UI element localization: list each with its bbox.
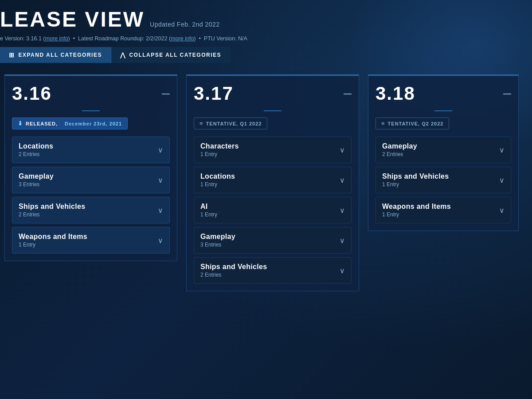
category-item[interactable]: Gameplay2 Entries∨	[376, 137, 511, 163]
expand-label: EXPAND ALL CATEGORIES	[19, 52, 102, 58]
category-item[interactable]: Weapons and Items1 Entry∨	[12, 227, 170, 254]
category-entries: 1 Entry	[200, 151, 239, 157]
category-info: Locations2 Entries	[19, 142, 53, 157]
badge-text-bold: RELEASED,	[26, 121, 58, 126]
category-name: Ships and Vehicles	[19, 203, 85, 211]
chevron-down-icon: ∨	[158, 146, 163, 154]
version-card-v316: 3.16—⬇ RELEASED, December 23rd, 2021Loca…	[4, 74, 177, 261]
version-divider	[82, 110, 100, 111]
category-item[interactable]: Gameplay3 Entries∨	[12, 167, 170, 193]
badge-icon: ≡	[200, 120, 203, 127]
chevron-down-icon: ∨	[340, 236, 345, 245]
badge-date: December 23rd, 2021	[65, 121, 122, 126]
category-item[interactable]: Ships and Vehicles2 Entries∨	[12, 197, 170, 223]
category-entries: 1 Entry	[382, 181, 449, 188]
category-item[interactable]: Gameplay3 Entries∨	[194, 227, 352, 254]
category-item[interactable]: AI1 Entry∨	[194, 197, 352, 223]
title-row: LEASE VIEW Updated Feb. 2nd 2022	[0, 9, 528, 34]
updated-text: Updated Feb. 2nd 2022	[150, 21, 220, 28]
category-name: Characters	[200, 142, 239, 150]
page-title: LEASE VIEW	[0, 9, 145, 30]
chevron-down-icon: ∨	[499, 206, 505, 215]
category-info: Gameplay3 Entries	[19, 172, 54, 188]
category-entries: 2 Entries	[382, 151, 417, 157]
category-item[interactable]: Locations1 Entry∨	[194, 167, 352, 193]
category-entries: 1 Entry	[200, 181, 235, 188]
version-header: 3.18—	[376, 83, 511, 104]
chevron-down-icon: ∨	[340, 146, 345, 154]
toolbar: ⊞ EXPAND ALL CATEGORIES ⋀ COLLAPSE ALL C…	[0, 47, 528, 63]
collapse-label: COLLAPSE ALL CATEGORIES	[129, 52, 221, 58]
roadmap-more-info-link[interactable]: more info	[171, 35, 194, 42]
category-name: Gameplay	[382, 142, 417, 150]
category-entries: 3 Entries	[200, 242, 235, 248]
roadmap-label: Latest Roadmap Roundup:	[78, 35, 144, 42]
ptu-version: N/A	[238, 35, 247, 42]
collapse-icon: ⋀	[120, 51, 126, 59]
category-name: Locations	[200, 172, 235, 180]
category-item[interactable]: Locations2 Entries∨	[12, 137, 170, 163]
category-name: Locations	[19, 142, 53, 150]
category-list: Gameplay2 Entries∨Ships and Vehicles1 En…	[376, 137, 511, 223]
category-entries: 2 Entries	[200, 272, 267, 278]
category-name: AI	[200, 203, 217, 211]
badge-icon: ⬇	[18, 120, 23, 127]
header-section: LEASE VIEW Updated Feb. 2nd 2022 e Versi…	[0, 9, 532, 63]
minimize-button[interactable]: —	[162, 90, 170, 98]
live-more-info-link[interactable]: more info	[45, 35, 68, 42]
category-info: Weapons and Items1 Entry	[382, 203, 451, 218]
badge-text: TENTATIVE, Q2 2022	[388, 121, 444, 126]
category-name: Gameplay	[200, 233, 235, 241]
version-card-v317: 3.17—≡ TENTATIVE, Q1 2022Characters1 Ent…	[186, 74, 359, 291]
category-item[interactable]: Weapons and Items1 Entry∨	[376, 197, 511, 223]
version-header: 3.17—	[194, 83, 352, 104]
version-header: 3.16—	[12, 83, 170, 104]
main-content: LEASE VIEW Updated Feb. 2nd 2022 e Versi…	[0, 0, 532, 305]
collapse-all-button[interactable]: ⋀ COLLAPSE ALL CATEGORIES	[111, 47, 230, 63]
category-info: Weapons and Items1 Entry	[19, 233, 87, 248]
minimize-button[interactable]: —	[344, 90, 352, 98]
version-divider	[434, 110, 452, 111]
badge-text: TENTATIVE, Q1 2022	[206, 121, 262, 126]
chevron-down-icon: ∨	[158, 206, 163, 215]
version-divider	[264, 110, 282, 111]
category-info: Ships and Vehicles2 Entries	[19, 203, 85, 218]
category-entries: 2 Entries	[19, 151, 53, 157]
chevron-down-icon: ∨	[158, 236, 163, 245]
category-entries: 3 Entries	[19, 181, 54, 188]
expand-icon: ⊞	[9, 51, 15, 59]
live-version-label: e Version:	[0, 35, 25, 42]
version-badge: ≡ TENTATIVE, Q2 2022	[376, 117, 449, 129]
category-item[interactable]: Ships and Vehicles1 Entry∨	[376, 167, 511, 193]
version-number: 3.18	[376, 83, 415, 104]
expand-all-button[interactable]: ⊞ EXPAND ALL CATEGORIES	[0, 47, 111, 63]
subtitle-bar: e Version: 3.16.1 (more info) • Latest R…	[0, 34, 528, 43]
category-item[interactable]: Ships and Vehicles2 Entries∨	[194, 257, 352, 284]
chevron-down-icon: ∨	[499, 146, 505, 154]
category-info: Gameplay2 Entries	[382, 142, 417, 157]
category-list: Characters1 Entry∨Locations1 Entry∨AI1 E…	[194, 137, 352, 284]
category-info: Characters1 Entry	[200, 142, 239, 157]
category-item[interactable]: Characters1 Entry∨	[194, 137, 352, 163]
version-badge: ⬇ RELEASED, December 23rd, 2021	[12, 117, 128, 129]
minimize-button[interactable]: —	[503, 90, 511, 98]
category-entries: 1 Entry	[200, 211, 217, 218]
category-entries: 1 Entry	[19, 242, 87, 248]
chevron-down-icon: ∨	[340, 206, 345, 215]
chevron-down-icon: ∨	[340, 266, 345, 275]
versions-container: 3.16—⬇ RELEASED, December 23rd, 2021Loca…	[0, 70, 532, 296]
category-info: Gameplay3 Entries	[200, 233, 235, 248]
category-name: Ships and Vehicles	[200, 263, 267, 271]
ptu-label: PTU Version:	[204, 35, 237, 42]
chevron-down-icon: ∨	[158, 176, 163, 184]
category-list: Locations2 Entries∨Gameplay3 Entries∨Shi…	[12, 137, 170, 254]
chevron-down-icon: ∨	[499, 176, 505, 184]
version-number: 3.16	[12, 83, 52, 104]
version-column-v318: 3.18—≡ TENTATIVE, Q2 2022Gameplay2 Entri…	[364, 70, 523, 235]
category-name: Weapons and Items	[19, 233, 87, 241]
roadmap-date: 2/2/2022	[146, 35, 168, 42]
version-card-v318: 3.18—≡ TENTATIVE, Q2 2022Gameplay2 Entri…	[368, 74, 519, 231]
category-entries: 1 Entry	[382, 211, 451, 218]
category-info: Ships and Vehicles2 Entries	[200, 263, 267, 278]
version-number: 3.17	[194, 83, 234, 104]
